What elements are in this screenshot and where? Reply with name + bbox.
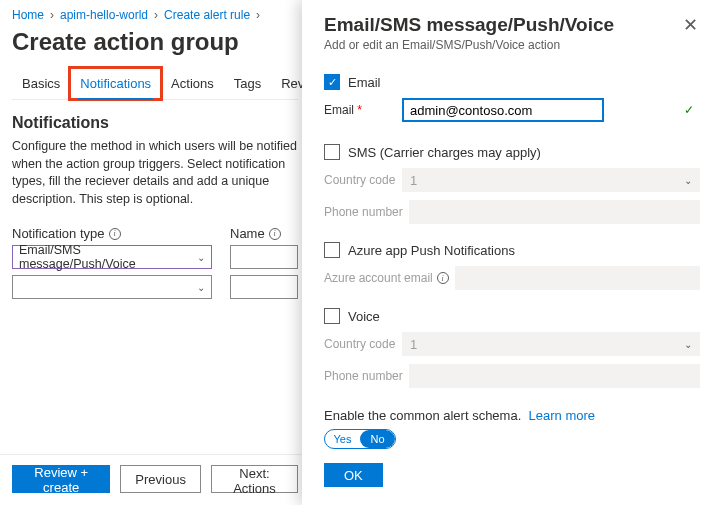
chevron-right-icon: ›	[154, 8, 158, 22]
bottom-bar: Review + create Previous Next: Actions	[0, 454, 310, 505]
page-title: Create action group	[12, 28, 298, 56]
select-value: Email/SMS message/Push/Voice	[19, 243, 197, 271]
notification-type-select[interactable]: ⌄	[12, 275, 212, 299]
breadcrumb-alert-rule[interactable]: Create alert rule	[164, 8, 250, 22]
toggle-no[interactable]: No	[360, 430, 395, 448]
chevron-down-icon: ⌄	[197, 282, 205, 293]
column-header-name: Name	[230, 226, 265, 241]
table-row: ⌄	[12, 275, 298, 299]
chevron-down-icon: ⌄	[684, 175, 692, 186]
breadcrumb-home[interactable]: Home	[12, 8, 44, 22]
schema-toggle[interactable]: Yes No	[324, 429, 396, 449]
voice-phone-input	[409, 364, 700, 388]
info-icon[interactable]: i	[437, 272, 449, 284]
tabs: Basics Notifications Actions Tags Review	[12, 68, 298, 100]
breadcrumb-resource[interactable]: apim-hello-world	[60, 8, 148, 22]
email-checkbox-label: Email	[348, 75, 381, 90]
sms-checkbox-label: SMS (Carrier charges may apply)	[348, 145, 541, 160]
chevron-down-icon: ⌄	[684, 339, 692, 350]
voice-checkbox-label: Voice	[348, 309, 380, 324]
schema-text: Enable the common alert schema.	[324, 408, 521, 423]
push-email-input	[455, 266, 700, 290]
review-create-button[interactable]: Review + create	[12, 465, 110, 493]
close-icon[interactable]: ✕	[681, 14, 700, 36]
chevron-right-icon: ›	[256, 8, 260, 22]
info-icon[interactable]: i	[109, 228, 121, 240]
tab-notifications[interactable]: Notifications	[70, 68, 161, 99]
notification-name-input[interactable]	[230, 245, 298, 269]
tab-actions[interactable]: Actions	[161, 68, 224, 99]
panel-title: Email/SMS message/Push/Voice	[324, 14, 614, 36]
panel-subtitle: Add or edit an Email/SMS/Push/Voice acti…	[324, 38, 614, 52]
sms-checkbox[interactable]	[324, 144, 340, 160]
sms-phone-input	[409, 200, 700, 224]
toggle-yes[interactable]: Yes	[325, 430, 360, 448]
email-input[interactable]	[402, 98, 604, 122]
column-header-type: Notification type	[12, 226, 105, 241]
voice-checkbox[interactable]	[324, 308, 340, 324]
check-icon: ✓	[684, 103, 694, 117]
voice-country-code-label: Country code	[324, 337, 396, 351]
next-button[interactable]: Next: Actions	[211, 465, 298, 493]
previous-button[interactable]: Previous	[120, 465, 201, 493]
email-field-label: Email *	[324, 103, 396, 117]
breadcrumb: Home › apim-hello-world › Create alert r…	[12, 8, 298, 22]
ok-button[interactable]: OK	[324, 463, 383, 487]
schema-row: Enable the common alert schema. Learn mo…	[324, 408, 700, 449]
chevron-right-icon: ›	[50, 8, 54, 22]
push-checkbox-label: Azure app Push Notifications	[348, 243, 515, 258]
grid-header: Notification type i Name i	[12, 226, 298, 241]
push-email-label: Azure account email i	[324, 271, 449, 285]
section-description: Configure the method in which users will…	[12, 138, 298, 208]
sms-country-code-select: 1 ⌄	[402, 168, 700, 192]
tab-tags[interactable]: Tags	[224, 68, 271, 99]
voice-country-code-select: 1 ⌄	[402, 332, 700, 356]
sms-country-code-label: Country code	[324, 173, 396, 187]
table-row: Email/SMS message/Push/Voice ⌄	[12, 245, 298, 269]
push-checkbox[interactable]	[324, 242, 340, 258]
voice-phone-label: Phone number	[324, 369, 403, 383]
section-title: Notifications	[12, 114, 298, 132]
side-panel: Email/SMS message/Push/Voice Add or edit…	[302, 0, 722, 505]
info-icon[interactable]: i	[269, 228, 281, 240]
learn-more-link[interactable]: Learn more	[529, 408, 595, 423]
tab-basics[interactable]: Basics	[12, 68, 70, 99]
sms-phone-label: Phone number	[324, 205, 403, 219]
email-checkbox[interactable]: ✓	[324, 74, 340, 90]
notification-name-input[interactable]	[230, 275, 298, 299]
notification-type-select[interactable]: Email/SMS message/Push/Voice ⌄	[12, 245, 212, 269]
chevron-down-icon: ⌄	[197, 252, 205, 263]
